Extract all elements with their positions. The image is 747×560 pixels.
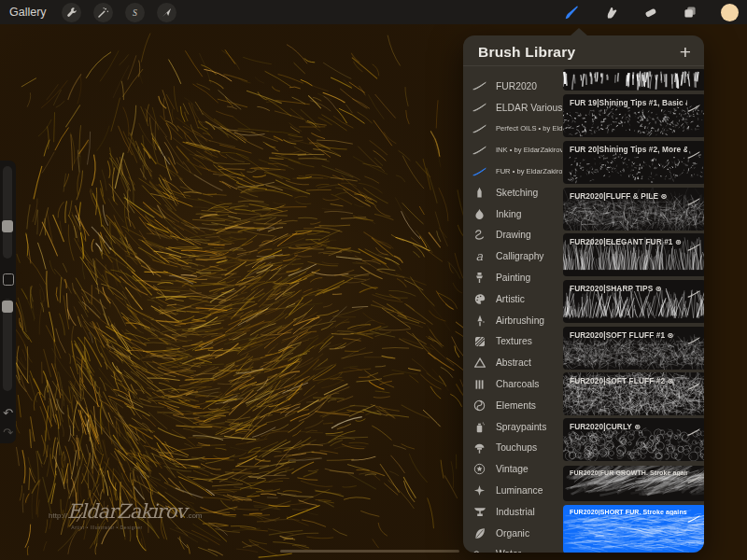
brush-set-label: Water — [496, 549, 521, 553]
brush-set-abstract[interactable]: Abstract — [472, 352, 562, 373]
brush-set-painting[interactable]: Painting — [472, 267, 562, 288]
undo-button[interactable]: ↶ — [0, 403, 16, 423]
brush-item-9[interactable]: FUR2020|FUR GROWTH. Stroke against growt… — [563, 466, 704, 501]
brush-set-industrial[interactable]: Industrial — [472, 501, 562, 523]
brush-set-textures[interactable]: Textures — [472, 331, 562, 353]
leaf-icon — [472, 527, 487, 539]
brush-size-handle[interactable] — [2, 220, 13, 232]
brush-tool-button[interactable] — [564, 5, 580, 21]
brush-name: FUR2020|ELEGANT FUR #1 ⊛ — [570, 237, 687, 246]
modify-button[interactable] — [3, 273, 14, 286]
touchup-brush-icon — [472, 442, 487, 454]
brush-set-organic[interactable]: Organic — [472, 523, 562, 544]
brush-set-artistic[interactable]: Artistic — [472, 288, 562, 310]
brush-name: FUR 20|Shining Tips #2, More & Mixed ⊛ — [570, 145, 687, 154]
stroke-swoosh-icon — [687, 99, 700, 116]
brush-set-touchups[interactable]: Touchups — [472, 438, 562, 459]
calligraphy-a-icon: a — [472, 249, 487, 263]
brush-item-10[interactable]: FUR2020|SHORT FUR. Stroke against fur gr… — [563, 505, 704, 553]
brush-set-drawing[interactable]: Drawing — [472, 225, 562, 246]
panel-title: Brush Library — [478, 44, 575, 61]
selection-s-icon: S — [129, 7, 141, 19]
brush-set-sketching[interactable]: Sketching — [472, 182, 562, 203]
brush-set-spraypaints[interactable]: Spraypaints — [472, 416, 562, 438]
brush-item-4[interactable]: FUR2020|ELEGANT FUR #1 ⊛ — [563, 233, 704, 276]
brush-list: FUR 19|Shining Tips #1, Basic & Soft ⊛FU… — [562, 66, 704, 553]
brush-item-3[interactable]: FUR2020|FLUFF & PILE ⊛ — [563, 188, 704, 231]
brush-set-label: Painting — [496, 273, 530, 283]
brush-set-water[interactable]: Water — [472, 544, 562, 553]
undo-redo-group: ↶ ↷ — [0, 403, 16, 442]
adjustments-button[interactable] — [93, 3, 113, 22]
brush-item-8[interactable]: FUR2020|CURLY ⊛ — [563, 418, 704, 461]
brush-set-label: Luminance — [496, 485, 543, 496]
brush-set-perfect-oils-by-eld[interactable]: Perfect OILS • by Eld… — [472, 119, 562, 140]
brush-set-ink-by-eldarzakirov[interactable]: INK • by EldarZakirov — [472, 139, 562, 161]
stroke-swoosh-icon — [687, 146, 700, 162]
color-swatch[interactable] — [721, 4, 739, 21]
signature-url-suffix: .com — [186, 511, 202, 520]
redo-button[interactable]: ↷ — [0, 423, 16, 442]
brush-set-label: Calligraphy — [496, 251, 544, 261]
flat-brush-icon — [472, 272, 487, 284]
brush-name: FUR2020|CURLY ⊛ — [570, 422, 687, 431]
gallery-button[interactable]: Gallery — [9, 6, 47, 19]
brush-item-5[interactable]: FUR2020|SHARP TIPS ⊛ — [563, 280, 704, 323]
pencil-icon — [472, 187, 487, 199]
brush-set-inking[interactable]: Inking — [472, 203, 562, 225]
brush-item-6[interactable]: FUR2020|SOFT FLUFF #1 ⊛ — [563, 327, 704, 370]
brush-set-label: Elements — [496, 400, 536, 411]
actions-button[interactable] — [62, 3, 81, 22]
eraser-tool-button[interactable] — [642, 5, 658, 21]
popover-arrow — [571, 28, 587, 35]
brush-item-partial[interactable] — [563, 69, 704, 91]
star-circle-icon — [472, 463, 487, 475]
wrench-icon — [65, 7, 78, 19]
add-brush-button[interactable]: + — [680, 44, 691, 61]
signature-url-prefix: http:// — [49, 511, 67, 520]
brush-set-fur-by-eldarzakirov[interactable]: FUR • by EldarZakirov — [472, 161, 562, 182]
stroke-swoosh-icon — [687, 423, 700, 440]
brush-set-elements[interactable]: Elements — [472, 395, 562, 416]
texture-square-icon — [472, 336, 487, 347]
brush-set-label: Organic — [496, 528, 529, 539]
brush-set-swoosh-icon — [472, 167, 487, 176]
brush-set-vintage[interactable]: Vintage — [472, 458, 562, 480]
brush-set-label: FUR2020 — [496, 81, 537, 91]
selection-button[interactable]: S — [125, 3, 145, 22]
brush-set-label: Spraypaints — [496, 422, 546, 432]
brush-name: FUR2020|SOFT FLUFF #1 ⊛ — [570, 330, 687, 340]
stroke-swoosh-icon — [687, 192, 700, 209]
brush-set-fur2020[interactable]: FUR2020 — [472, 76, 562, 97]
eraser-icon — [643, 5, 658, 20]
panel-body: FUR2020ELDAR VariousPerfect OILS • by El… — [463, 66, 704, 553]
brush-set-swoosh-icon — [472, 146, 487, 155]
paint-brush-icon — [564, 5, 580, 21]
top-toolbar: Gallery S — [0, 0, 747, 24]
brush-set-label: Artistic — [496, 294, 525, 304]
brush-set-label: Touchups — [496, 442, 537, 453]
spray-can-icon — [472, 421, 487, 433]
brush-opacity-handle[interactable] — [2, 301, 13, 313]
brush-item-1[interactable]: FUR 19|Shining Tips #1, Basic & Soft ⊛ — [563, 94, 704, 137]
smudge-tool-button[interactable] — [603, 5, 619, 21]
brush-set-label: Airbrushing — [496, 315, 544, 326]
brush-set-luminance[interactable]: Luminance — [472, 480, 562, 501]
brush-item-2[interactable]: FUR 20|Shining Tips #2, More & Mixed ⊛ — [563, 141, 704, 184]
brush-set-label: INK • by EldarZakirov — [496, 146, 562, 154]
brush-name: FUR2020|SHARP TIPS ⊛ — [570, 284, 687, 293]
brush-set-calligraphy[interactable]: aCalligraphy — [472, 245, 562, 267]
brush-set-charcoals[interactable]: Charcoals — [472, 373, 562, 395]
canvas-scroll-indicator[interactable] — [280, 550, 459, 553]
layers-icon — [683, 5, 698, 20]
layers-button[interactable] — [682, 5, 698, 21]
brush-set-label: Abstract — [496, 357, 531, 368]
brush-item-7[interactable]: FUR2020|SOFT FLUFF #2 ⊛ — [563, 372, 704, 415]
brush-set-airbrushing[interactable]: Airbrushing — [472, 310, 562, 331]
wave-icon — [472, 550, 487, 553]
signature-tagline: Artist • Illustrator • Designer — [49, 525, 165, 530]
charcoal-bars-icon — [472, 379, 487, 390]
brush-size-slider[interactable] — [3, 166, 12, 259]
brush-set-eldar-various[interactable]: ELDAR Various — [472, 97, 562, 119]
transform-button[interactable] — [157, 3, 176, 22]
